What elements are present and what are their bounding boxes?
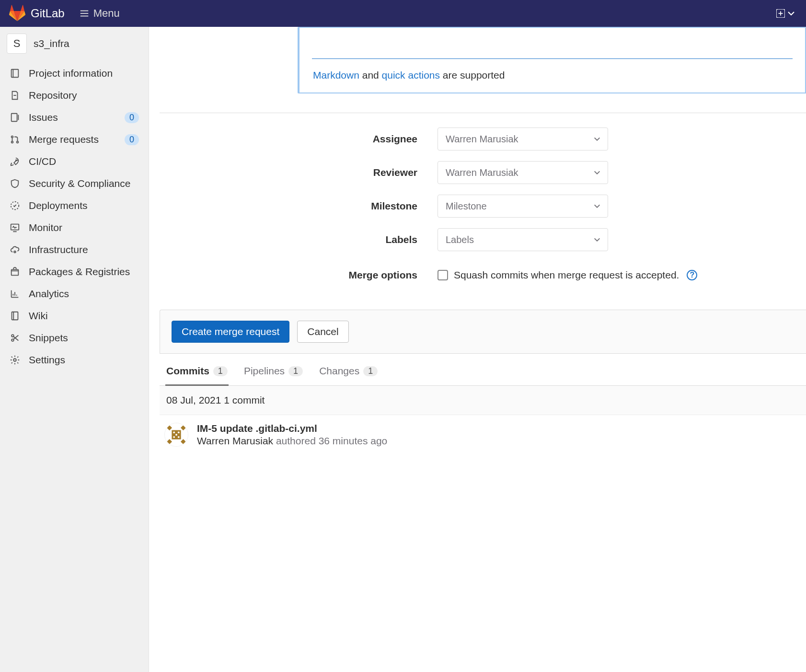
svg-point-13 [17,141,19,143]
svg-point-11 [12,136,13,138]
assignee-dropdown[interactable]: Warren Marusiak [438,127,608,151]
labels-label: Labels [160,234,438,245]
chevron-down-icon [593,202,601,210]
svg-point-18 [14,251,16,253]
svg-point-40 [175,434,177,436]
sidebar-item-repository[interactable]: Repository [0,84,149,106]
reviewer-dropdown[interactable]: Warren Marusiak [438,161,608,184]
sidebar-item-deployments[interactable]: Deployments [0,195,149,217]
sidebar-item-security[interactable]: Security & Compliance [0,173,149,195]
gitlab-brand-text: GitLab [31,7,65,20]
sidebar-item-packages[interactable]: Packages & Registries [0,261,149,283]
svg-point-27 [12,335,14,337]
sidebar-item-label: Snippets [29,332,139,344]
sidebar-item-monitor[interactable]: Monitor [0,217,149,239]
milestone-dropdown[interactable]: Milestone [438,195,608,218]
sidebar-item-wiki[interactable]: Wiki [0,305,149,327]
svg-point-39 [178,431,180,433]
sidebar-item-label: Packages & Registries [29,266,139,278]
sidebar: S s3_infra Project information Repositor… [0,27,149,672]
sidebar-item-label: Analytics [29,288,139,300]
avatar [164,423,188,447]
actions-bar: Create merge request Cancel [160,310,806,354]
deploy-icon [10,200,20,211]
tab-count: 1 [213,366,228,376]
tab-count: 1 [363,366,378,376]
scissors-icon [10,333,20,343]
svg-point-14 [16,160,17,161]
gitlab-logo-icon [9,5,26,22]
tab-commits[interactable]: Commits 1 [165,358,229,385]
gear-icon [10,355,20,365]
chevron-down-icon [593,135,601,143]
file-icon [10,90,20,101]
sidebar-item-project-information[interactable]: Project information [0,62,149,84]
quick-actions-link[interactable]: quick actions [382,70,440,81]
issues-icon [10,112,20,123]
milestone-label: Milestone [160,200,438,212]
cloud-gear-icon [10,244,20,255]
svg-rect-19 [12,269,19,275]
svg-point-42 [178,436,180,438]
description-hint: Markdown and quick actions are supported [299,59,805,81]
commit-time: 36 minutes ago [319,435,388,446]
sidebar-item-label: Monitor [29,222,139,233]
commit-row[interactable]: IM-5 update .gitlab-ci.yml Warren Marusi… [160,415,806,454]
sidebar-item-label: Repository [29,90,139,101]
svg-point-41 [173,436,175,438]
issues-badge: 0 [125,112,139,123]
cancel-button[interactable]: Cancel [297,321,348,343]
labels-dropdown[interactable]: Labels [438,228,608,251]
new-dropdown[interactable] [774,7,797,20]
book-icon [10,68,20,79]
monitor-icon [10,222,20,233]
sidebar-item-cicd[interactable]: CI/CD [0,151,149,173]
svg-rect-6 [12,70,19,78]
svg-rect-25 [12,312,18,320]
plus-icon [776,9,785,18]
svg-point-38 [173,431,175,433]
squash-checkbox[interactable] [438,270,448,280]
tab-changes[interactable]: Changes 1 [318,358,379,385]
project-avatar: S [7,34,27,54]
top-navbar: GitLab Menu [0,0,806,27]
merge-requests-badge: 0 [125,134,139,145]
reviewer-label: Reviewer [160,167,438,178]
sidebar-item-label: CI/CD [29,156,139,167]
commit-group-header: 08 Jul, 2021 1 commit [160,386,806,415]
sidebar-item-label: Infrastructure [29,244,139,255]
sidebar-item-issues[interactable]: Issues 0 [0,106,149,128]
markdown-link[interactable]: Markdown [313,70,359,81]
project-name: s3_infra [34,38,69,49]
svg-point-31 [13,359,16,361]
tab-pipelines[interactable]: Pipelines 1 [243,358,304,385]
sidebar-item-label: Issues [29,112,116,123]
rocket-icon [10,156,20,167]
svg-point-28 [12,339,14,341]
project-header[interactable]: S s3_infra [0,27,149,60]
description-editor[interactable]: Markdown and quick actions are supported [298,27,806,93]
chevron-down-icon [787,9,795,18]
hamburger-icon [79,8,90,19]
svg-rect-16 [11,224,19,230]
sidebar-item-snippets[interactable]: Snippets [0,327,149,349]
gitlab-brand[interactable]: GitLab [9,5,65,22]
help-icon[interactable]: ? [687,270,697,280]
create-merge-request-button[interactable]: Create merge request [172,321,289,343]
svg-point-12 [12,141,13,143]
menu-label: Menu [93,7,120,20]
merge-icon [10,134,20,145]
separator [160,113,806,113]
sidebar-item-settings[interactable]: Settings [0,349,149,371]
sidebar-item-label: Security & Compliance [29,178,139,189]
sidebar-item-infrastructure[interactable]: Infrastructure [0,239,149,261]
wiki-icon [10,311,20,321]
commit-meta: Warren Marusiak authored 36 minutes ago [197,435,387,447]
chevron-down-icon [593,236,601,243]
main-content: Markdown and quick actions are supported… [149,27,806,672]
commit-author: Warren Marusiak [197,435,273,446]
chevron-down-icon [593,169,601,176]
menu-button[interactable]: Menu [73,3,126,23]
sidebar-item-analytics[interactable]: Analytics [0,283,149,305]
sidebar-item-merge-requests[interactable]: Merge requests 0 [0,128,149,151]
